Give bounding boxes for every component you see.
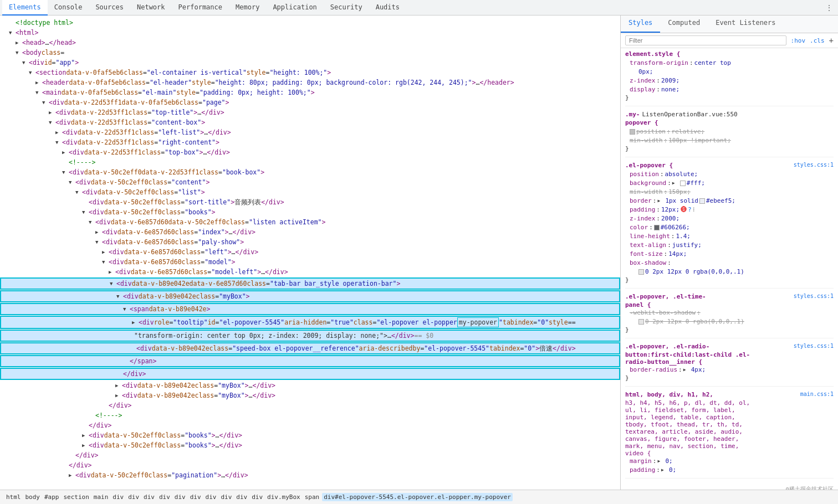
dom-line-main[interactable]: <main data-v-0faf5eb6 class="el-main" st…	[0, 88, 620, 97]
dom-line-content-box[interactable]: <div data-v-22d53ff1 class="content-box"…	[0, 117, 620, 127]
triangle-span[interactable]	[123, 305, 130, 313]
breadcrumb-section[interactable]: section	[62, 493, 91, 501]
dom-line-content[interactable]: <div data-v-50c2eff0 class="content">	[0, 177, 620, 187]
triangle-main[interactable]	[35, 88, 42, 97]
dom-line-list[interactable]: <div data-v-50c2eff0 class="list">	[0, 187, 620, 197]
triangle-right-content[interactable]	[55, 138, 62, 147]
breadcrumb-main[interactable]: main	[92, 493, 110, 501]
dom-line-model-left[interactable]: <div data-v-6e857d60 class="model-left">…	[0, 267, 620, 277]
tab-performance[interactable]: Performance	[172, 0, 229, 16]
styles-filter-input[interactable]	[625, 35, 786, 45]
triangle-index[interactable]	[95, 228, 102, 236]
triangle-mybox2[interactable]	[115, 381, 122, 390]
triangle-book-box[interactable]	[62, 168, 69, 177]
breadcrumb-div1[interactable]: div	[111, 493, 125, 501]
dom-line-index[interactable]: <div data-v-6e857d60 class="index">…</di…	[0, 227, 620, 237]
filter-cls-button[interactable]: .cls	[810, 37, 825, 44]
breadcrumb-div2[interactable]: div	[126, 493, 141, 501]
triangle-head[interactable]	[16, 38, 22, 47]
triangle-left[interactable]	[102, 248, 109, 256]
styles-link-radio[interactable]: styles.css:1	[794, 343, 834, 349]
tab-application[interactable]: Application	[266, 0, 323, 16]
triangle-tab-bar[interactable]	[110, 279, 116, 288]
triangle-pagination[interactable]	[69, 471, 75, 480]
breadcrumb-div10[interactable]: div	[250, 493, 264, 501]
breadcrumb-div8[interactable]: div	[219, 493, 233, 501]
tab-elements[interactable]: Elements	[2, 0, 48, 16]
breadcrumb-div5[interactable]: div	[173, 493, 187, 501]
triangle-list[interactable]	[75, 188, 82, 197]
dom-line-tooltip[interactable]: <div role="tooltip" id="el-popover-5545"…	[0, 316, 620, 329]
dom-line-top-box[interactable]: <div data-v-22d53ff1 class="top-box">…</…	[0, 147, 620, 157]
triangle-body[interactable]	[16, 48, 22, 57]
triangle-page[interactable]	[42, 98, 49, 107]
triangle-mybox3[interactable]	[115, 391, 122, 400]
dom-line-mybox3[interactable]: <div data-v-b89e042e class="myBox">…</di…	[0, 390, 620, 400]
dom-line-left[interactable]: <div data-v-6e857d60 class="left">…</div…	[0, 247, 620, 257]
triangle-top-title[interactable]	[49, 108, 55, 117]
dom-line-mybox2[interactable]: <div data-v-b89e042e class="myBox">…</di…	[0, 380, 620, 390]
padding-icon-blue[interactable]: ?	[688, 205, 692, 214]
triangle-section[interactable]	[29, 68, 35, 77]
dom-line-tab-bar[interactable]: <div data-v-b89e042e data-v-6e857d60 cla…	[0, 277, 620, 290]
dom-line-page[interactable]: <div data-v-22d53ff1 data-v-0faf5eb6 cla…	[0, 97, 620, 107]
triangle-div-app[interactable]	[22, 58, 29, 67]
breadcrumb-div6[interactable]: div	[188, 493, 203, 501]
dom-line-listen[interactable]: <div data-v-6e857d60 data-v-50c2eff0 cla…	[0, 217, 620, 227]
dom-line-span-close[interactable]: </span>	[0, 355, 620, 367]
dom-line-pagination[interactable]: <div data-v-50c2eff0 class="pagination">…	[0, 470, 620, 480]
dom-line-div-app[interactable]: <div id="app">	[0, 58, 620, 68]
breadcrumb-html[interactable]: html	[4, 493, 23, 501]
triangle-model[interactable]	[102, 258, 109, 266]
breadcrumb-body[interactable]: body	[24, 493, 42, 501]
tab-console[interactable]: Console	[48, 0, 89, 16]
triangle-model-left[interactable]	[109, 268, 115, 276]
tab-computed[interactable]: Computed	[660, 16, 708, 33]
dom-line-top-title[interactable]: <div data-v-22d53ff1 class="top-title">……	[0, 107, 620, 117]
breadcrumb-app[interactable]: #app	[43, 493, 61, 501]
dom-line-books3[interactable]: <div data-v-50c2eff0 class="books">…</di…	[0, 440, 620, 450]
dom-line-span[interactable]: <span data-v-b89e042e>	[0, 303, 620, 315]
dom-line-header[interactable]: <header data-v-0faf5eb6 class="el-header…	[0, 78, 620, 88]
padding-icon-red[interactable]: 🅢	[681, 205, 687, 214]
triangle-paly-show[interactable]	[95, 238, 102, 246]
triangle-books2[interactable]	[82, 431, 89, 440]
breadcrumb-div4[interactable]: div	[157, 493, 172, 501]
filter-plus-button[interactable]: +	[829, 36, 834, 45]
more-tabs-icon[interactable]: ⋮	[822, 1, 836, 14]
tab-network[interactable]: Network	[130, 0, 172, 16]
breadcrumb-el-popover[interactable]: div#el-popover-5545.el-popover.el-popper…	[322, 493, 513, 501]
breadcrumb-div-mybox[interactable]: div.myBox	[265, 493, 302, 501]
dom-line-style-transform[interactable]: "transform-origin: center top 0px; z-ind…	[0, 330, 620, 342]
prop-checkbox[interactable]	[630, 129, 635, 135]
dom-line-section[interactable]: <section data-v-0faf5eb6 class="el-conta…	[0, 68, 620, 78]
dom-line-head[interactable]: <head>…</head>	[0, 38, 620, 48]
tab-sources[interactable]: Sources	[89, 0, 130, 16]
dom-line-speed-box[interactable]: <div data-v-b89e042e class="speed-box el…	[0, 342, 620, 354]
dom-line-mybox[interactable]: <div data-v-b89e042e class="myBox">	[0, 290, 620, 302]
breadcrumb-div3[interactable]: div	[142, 493, 156, 501]
filter-hov-button[interactable]: :hov	[791, 37, 806, 44]
tab-audits[interactable]: Audits	[369, 0, 406, 16]
dom-line-books[interactable]: <div data-v-50c2eff0 class="books">	[0, 207, 620, 217]
dom-line-model[interactable]: <div data-v-6e857d60 class="model">	[0, 257, 620, 267]
breadcrumb-span[interactable]: span	[303, 493, 321, 501]
dom-line-body[interactable]: <body class=	[0, 48, 620, 58]
styles-link-time-panel[interactable]: styles.css:1	[794, 293, 834, 299]
triangle-books[interactable]	[82, 208, 89, 217]
triangle-top-box[interactable]	[62, 148, 69, 157]
dom-line[interactable]: <!doctype html>	[0, 18, 620, 28]
triangle-listen[interactable]	[89, 218, 95, 227]
dom-panel[interactable]: <!doctype html> <html> <head>…</head> <b…	[0, 16, 621, 490]
dom-line-left-list[interactable]: <div data-v-22d53ff1 class="left-list">……	[0, 127, 620, 137]
triangle-left-list[interactable]	[55, 128, 62, 137]
dom-line-paly-show[interactable]: <div data-v-6e857d60 class="paly-show">	[0, 237, 620, 247]
styles-link-main[interactable]: main.css:1	[800, 391, 834, 397]
dom-line-comment1[interactable]: <!---->	[0, 157, 620, 167]
tab-event-listeners[interactable]: Event Listeners	[708, 16, 783, 33]
breadcrumb-div7[interactable]: div	[204, 493, 218, 501]
tab-memory[interactable]: Memory	[229, 0, 266, 16]
triangle-tooltip[interactable]	[132, 318, 139, 327]
triangle-content-box[interactable]	[49, 118, 55, 127]
padding-icon-more[interactable]: ⁝	[693, 205, 695, 214]
